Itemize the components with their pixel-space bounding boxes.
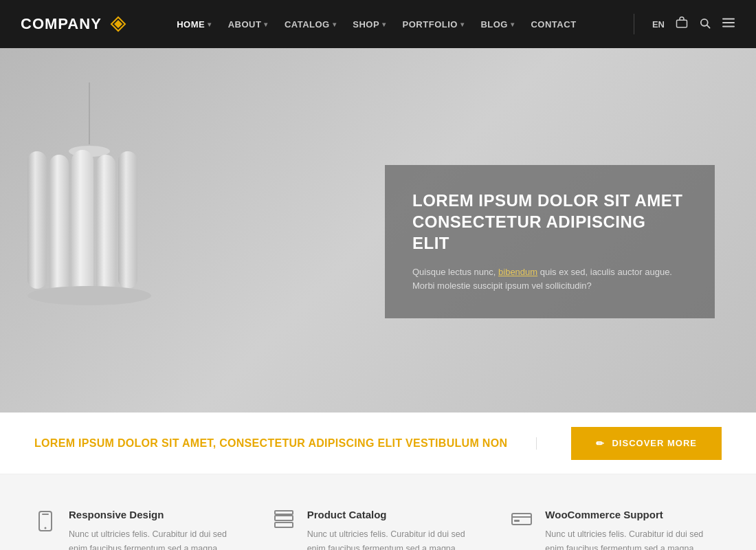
- discover-more-button[interactable]: ✏ DISCOVER MORE: [571, 427, 722, 460]
- brand-logo[interactable]: COMPANY: [21, 15, 126, 33]
- svg-rect-24: [514, 520, 520, 522]
- brand-diamond-icon: [110, 16, 126, 32]
- feature-responsive: Responsive Design Nunc ut ultricies feli…: [34, 509, 245, 550]
- svg-rect-21: [275, 511, 293, 514]
- cta-button-wrapper: ✏ DISCOVER MORE: [537, 427, 722, 460]
- nav-item-portfolio[interactable]: PORTFOLIO ▾: [396, 0, 471, 48]
- nav-divider: [634, 14, 634, 34]
- nav-item-about[interactable]: ABOUT ▾: [221, 0, 275, 48]
- lamp-illustration: [7, 82, 172, 374]
- svg-rect-14: [118, 151, 137, 289]
- chevron-down-icon: ▾: [382, 21, 386, 28]
- nav-item-catalog[interactable]: CATALOG ▾: [278, 0, 343, 48]
- nav-item-home[interactable]: HOME ▾: [170, 0, 219, 48]
- chevron-down-icon: ▾: [208, 21, 212, 28]
- svg-rect-11: [49, 155, 69, 299]
- feature-catalog-title: Product Catalog: [307, 509, 484, 520]
- hero-textbox: LOREM IPSUM DOLOR SIT AMET CONSECTETUR A…: [385, 165, 715, 318]
- svg-point-17: [45, 527, 47, 529]
- svg-rect-19: [275, 516, 293, 520]
- hero-link[interactable]: bibendum: [498, 267, 537, 277]
- hero-description: Quisque lectus nunc, bibendum quis ex se…: [412, 265, 687, 294]
- svg-rect-20: [275, 522, 293, 527]
- nav-item-contact[interactable]: CONTACT: [524, 0, 583, 48]
- nav-utilities: EN: [627, 14, 735, 34]
- catalog-icon: [273, 510, 295, 533]
- hero-section: LOREM IPSUM DOLOR SIT AMET CONSECTETUR A…: [0, 48, 756, 412]
- feature-woo-content: WooCommerce Support Nunc ut ultricies fe…: [545, 509, 722, 550]
- mobile-icon: [34, 510, 56, 537]
- feature-responsive-title: Responsive Design: [69, 509, 245, 520]
- cta-text: LOREM IPSUM DOLOR SIT AMET, CONSECTETUR …: [34, 437, 537, 450]
- chevron-down-icon: ▾: [333, 21, 337, 28]
- feature-responsive-content: Responsive Design Nunc ut ultricies feli…: [69, 509, 245, 550]
- search-icon[interactable]: [699, 17, 711, 32]
- cta-strip: LOREM IPSUM DOLOR SIT AMET, CONSECTETUR …: [0, 412, 756, 474]
- nav-menu: HOME ▾ ABOUT ▾ CATALOG ▾ SHOP ▾ PORTFOLI…: [170, 0, 583, 48]
- chevron-down-icon: ▾: [460, 21, 465, 28]
- pencil-icon: ✏: [596, 438, 605, 449]
- svg-rect-10: [27, 151, 47, 289]
- feature-catalog-desc: Nunc ut ultricies felis. Curabitur id du…: [307, 527, 484, 550]
- feature-woo-title: WooCommerce Support: [545, 509, 722, 520]
- nav-item-blog[interactable]: BLOG ▾: [474, 0, 521, 48]
- hero-title: LOREM IPSUM DOLOR SIT AMET CONSECTETUR A…: [412, 190, 687, 254]
- cart-icon[interactable]: [676, 16, 688, 32]
- card-icon: [511, 510, 533, 531]
- chevron-down-icon: ▾: [264, 21, 268, 28]
- language-selector[interactable]: EN: [652, 19, 665, 30]
- menu-icon[interactable]: [722, 17, 735, 31]
- feature-woo-desc: Nunc ut ultricies felis. Curabitur id du…: [545, 527, 722, 550]
- nav-item-shop[interactable]: SHOP ▾: [346, 0, 392, 48]
- svg-rect-22: [512, 514, 531, 525]
- features-section: Responsive Design Nunc ut ultricies feli…: [0, 474, 756, 550]
- svg-rect-12: [71, 150, 93, 301]
- feature-woocommerce: WooCommerce Support Nunc ut ultricies fe…: [511, 509, 722, 550]
- feature-catalog-content: Product Catalog Nunc ut ultricies felis.…: [307, 509, 484, 550]
- navbar: COMPANY HOME ▾ ABOUT ▾ CATALOG ▾ SHOP ▾ …: [0, 0, 756, 48]
- svg-rect-2: [676, 20, 687, 28]
- feature-catalog: Product Catalog Nunc ut ultricies felis.…: [273, 509, 484, 550]
- brand-name: COMPANY: [21, 15, 102, 33]
- svg-point-15: [27, 286, 151, 305]
- svg-line-4: [707, 25, 710, 28]
- feature-responsive-desc: Nunc ut ultricies felis. Curabitur id du…: [69, 527, 245, 550]
- svg-rect-13: [96, 155, 115, 299]
- svg-marker-1: [114, 20, 122, 28]
- chevron-down-icon: ▾: [511, 21, 515, 28]
